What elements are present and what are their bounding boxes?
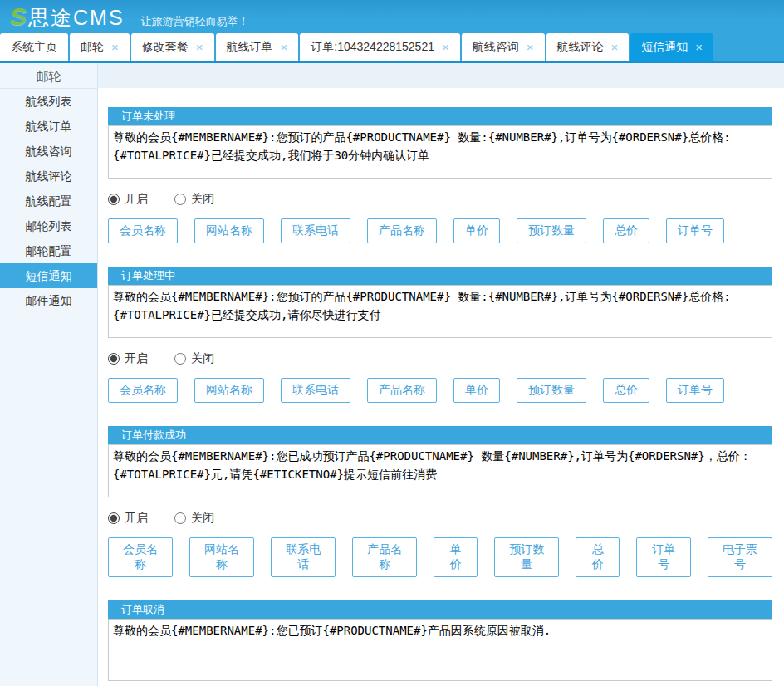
content-area: 订单未处理尊敬的会员{#MEMBERNAME#}:您预订的产品{#PRODUCT… bbox=[98, 63, 784, 686]
app-window: S 思途CMS 让旅游营销轻而易举！ 系统主页邮轮×修改套餐×航线订单×订单:1… bbox=[0, 0, 784, 686]
sidebar-item-1[interactable]: 航线订单 bbox=[0, 114, 97, 139]
tab-close-icon[interactable]: × bbox=[196, 41, 203, 53]
tab-label: 系统主页 bbox=[11, 40, 57, 55]
tab-close-icon[interactable]: × bbox=[281, 41, 288, 53]
field-button[interactable]: 总价 bbox=[576, 537, 620, 577]
radio-off-input[interactable] bbox=[174, 194, 186, 205]
logo: S 思途CMS 让旅游营销轻而易举！ bbox=[10, 4, 249, 29]
field-button[interactable]: 总价 bbox=[603, 378, 649, 403]
field-buttons: 会员名称网站名称联系电话产品名称单价预订数量总价订单号 bbox=[108, 218, 772, 243]
field-button[interactable]: 订单号 bbox=[666, 218, 724, 243]
field-button[interactable]: 会员名称 bbox=[108, 218, 178, 243]
tab-label: 航线咨询 bbox=[473, 40, 519, 55]
radio-option-off[interactable]: 关闭 bbox=[174, 192, 214, 207]
sidebar-item-3[interactable]: 航线评论 bbox=[0, 164, 97, 189]
template-textarea[interactable]: 尊敬的会员{#MEMBERNAME#}:您预订的产品{#PRODUCTNAME#… bbox=[108, 125, 772, 179]
field-button[interactable]: 会员名称 bbox=[108, 378, 178, 403]
radio-option-on[interactable]: 开启 bbox=[108, 192, 148, 207]
tab-bar-wrap: 系统主页邮轮×修改套餐×航线订单×订单:104324228152521×航线咨询… bbox=[0, 33, 784, 63]
field-button[interactable]: 预订数量 bbox=[517, 378, 586, 403]
field-button[interactable]: 联系电话 bbox=[281, 218, 350, 243]
field-button[interactable]: 产品名称 bbox=[367, 378, 437, 403]
tab-bar: 系统主页邮轮×修改套餐×航线订单×订单:104324228152521×航线咨询… bbox=[0, 33, 784, 61]
radio-off-input[interactable] bbox=[174, 512, 186, 524]
logo-tagline: 让旅游营销轻而易举！ bbox=[141, 14, 249, 29]
enable-radio-group: 开启关闭 bbox=[108, 192, 772, 207]
sections: 订单未处理尊敬的会员{#MEMBERNAME#}:您预订的产品{#PRODUCT… bbox=[98, 88, 784, 686]
radio-option-on[interactable]: 开启 bbox=[108, 511, 148, 526]
tab-close-icon[interactable]: × bbox=[527, 41, 534, 53]
logo-s-icon: S bbox=[10, 4, 27, 29]
notify-section-1: 订单处理中尊敬的会员{#MEMBERNAME#}:您预订的产品{#PRODUCT… bbox=[108, 267, 772, 403]
template-textarea[interactable]: 尊敬的会员{#MEMBERNAME#}:您已成功预订产品{#PRODUCTNAM… bbox=[108, 444, 772, 497]
notify-section-2: 订单付款成功尊敬的会员{#MEMBERNAME#}:您已成功预订产品{#PROD… bbox=[108, 426, 772, 577]
radio-on-input[interactable] bbox=[108, 512, 120, 524]
tab-1[interactable]: 邮轮× bbox=[70, 33, 130, 61]
section-title: 订单处理中 bbox=[108, 267, 772, 285]
tab-label: 短信通知 bbox=[641, 40, 688, 55]
radio-off-label: 关闭 bbox=[191, 351, 214, 366]
field-button[interactable]: 产品名称 bbox=[367, 218, 437, 243]
field-button[interactable]: 产品名称 bbox=[352, 537, 417, 577]
tab-3[interactable]: 航线订单× bbox=[216, 33, 299, 61]
template-textarea[interactable]: 尊敬的会员{#MEMBERNAME#}:您预订的产品{#PRODUCTNAME#… bbox=[108, 285, 772, 338]
notify-section-0: 订单未处理尊敬的会员{#MEMBERNAME#}:您预订的产品{#PRODUCT… bbox=[108, 107, 772, 243]
tab-5[interactable]: 航线咨询× bbox=[462, 33, 545, 61]
sidebar-item-8[interactable]: 邮件通知 bbox=[0, 288, 97, 313]
field-button[interactable]: 预订数量 bbox=[517, 218, 586, 243]
enable-radio-group: 开启关闭 bbox=[108, 351, 772, 366]
tab-7[interactable]: 短信通知× bbox=[630, 33, 713, 61]
template-textarea[interactable]: 尊敬的会员{#MEMBERNAME#}:您已预订{#PRODUCTNAME#}产… bbox=[108, 619, 772, 681]
content-topstrip bbox=[98, 63, 784, 88]
tab-label: 订单:104324228152521 bbox=[311, 40, 434, 55]
tab-0[interactable]: 系统主页 bbox=[0, 33, 68, 61]
tab-close-icon[interactable]: × bbox=[695, 41, 703, 53]
section-title: 订单付款成功 bbox=[108, 426, 772, 444]
tab-2[interactable]: 修改套餐× bbox=[131, 33, 214, 61]
field-buttons: 会员名称网站名称联系电话产品名称单价预订数量总价订单号 bbox=[108, 378, 772, 403]
radio-on-label: 开启 bbox=[125, 351, 148, 366]
radio-option-on[interactable]: 开启 bbox=[108, 351, 148, 366]
field-button[interactable]: 会员名称 bbox=[108, 537, 173, 577]
field-button[interactable]: 总价 bbox=[603, 218, 649, 243]
sidebar-item-4[interactable]: 航线配置 bbox=[0, 189, 97, 213]
tab-label: 修改套餐 bbox=[142, 40, 189, 55]
enable-radio-group: 开启关闭 bbox=[108, 511, 772, 526]
sidebar-item-5[interactable]: 邮轮列表 bbox=[0, 213, 97, 238]
field-button[interactable]: 联系电话 bbox=[271, 537, 336, 577]
tab-4[interactable]: 订单:104324228152521× bbox=[300, 33, 459, 61]
sidebar: 邮轮 航线列表航线订单航线咨询航线评论航线配置邮轮列表邮轮配置短信通知邮件通知 bbox=[0, 63, 98, 686]
app-header: S 思途CMS 让旅游营销轻而易举！ bbox=[0, 0, 784, 33]
field-button[interactable]: 网站名称 bbox=[194, 378, 264, 403]
sidebar-item-6[interactable]: 邮轮配置 bbox=[0, 238, 97, 263]
field-button[interactable]: 预订数量 bbox=[494, 537, 559, 577]
radio-option-off[interactable]: 关闭 bbox=[174, 351, 214, 366]
sidebar-item-2[interactable]: 航线咨询 bbox=[0, 139, 97, 164]
field-button[interactable]: 单价 bbox=[453, 218, 500, 243]
radio-off-input[interactable] bbox=[174, 353, 186, 365]
tab-6[interactable]: 航线评论× bbox=[546, 33, 630, 61]
tab-label: 航线评论 bbox=[557, 40, 604, 55]
field-button[interactable]: 电子票号 bbox=[708, 537, 772, 577]
radio-option-off[interactable]: 关闭 bbox=[174, 511, 214, 526]
field-button[interactable]: 网站名称 bbox=[189, 537, 254, 577]
sidebar-item-7[interactable]: 短信通知 bbox=[0, 263, 97, 288]
field-button[interactable]: 网站名称 bbox=[194, 218, 264, 243]
field-button[interactable]: 单价 bbox=[453, 378, 500, 403]
field-button[interactable]: 联系电话 bbox=[281, 378, 350, 403]
radio-on-input[interactable] bbox=[108, 194, 120, 205]
radio-on-label: 开启 bbox=[125, 511, 148, 526]
radio-off-label: 关闭 bbox=[191, 192, 214, 207]
field-button[interactable]: 订单号 bbox=[636, 537, 691, 577]
field-button[interactable]: 订单号 bbox=[666, 378, 724, 403]
tab-close-icon[interactable]: × bbox=[111, 41, 119, 53]
radio-on-input[interactable] bbox=[108, 353, 120, 365]
tab-label: 邮轮 bbox=[81, 40, 104, 55]
tab-close-icon[interactable]: × bbox=[442, 41, 449, 53]
tab-label: 航线订单 bbox=[227, 40, 273, 55]
notify-section-3: 订单取消尊敬的会员{#MEMBERNAME#}:您已预订{#PRODUCTNAM… bbox=[108, 600, 772, 686]
field-button[interactable]: 单价 bbox=[434, 537, 478, 577]
radio-off-label: 关闭 bbox=[191, 511, 214, 526]
sidebar-item-0[interactable]: 航线列表 bbox=[0, 89, 97, 114]
tab-close-icon[interactable]: × bbox=[611, 41, 619, 53]
